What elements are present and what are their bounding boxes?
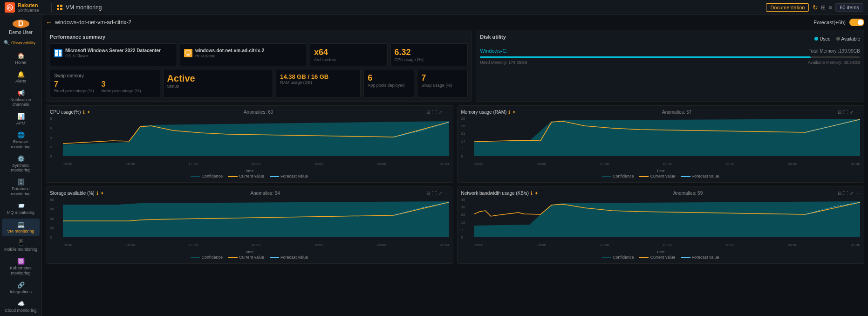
main-layout: D Demo User 🔍 Observability 🏠 Home 🔔 Ale… [0, 15, 868, 316]
sidebar-item-integrations[interactable]: 🔗 Integrations [2, 279, 40, 297]
status-card: Active Status [163, 69, 273, 97]
items-counter: 60 items [835, 3, 863, 12]
apm-icon: 📊 [17, 113, 25, 120]
stor-forecast-line [270, 257, 279, 258]
brand-icon: R [5, 2, 15, 13]
sidebar-item-kubernetes[interactable]: ☸️ Kubernetes monitoring [2, 255, 40, 278]
storage-info-icon[interactable]: ℹ [96, 191, 98, 196]
apps-label: App pools deployed [368, 83, 410, 88]
sidebar-search[interactable]: 🔍 Observability [0, 39, 41, 47]
breadcrumb: windows-dot-net-vm-ad-citrix-2 [55, 19, 131, 26]
network-chart-actions: ⊟ ⛶ ⤢ ⋯ [838, 191, 860, 196]
stor-minimize-icon[interactable]: ⊟ [426, 191, 430, 196]
storage-anomaly: Anomalies: 54 [250, 191, 280, 196]
sidebar-item-synthetic[interactable]: ⚙️ Synthetic monitoring [2, 153, 40, 176]
network-yaxis: 4530221570 [461, 198, 474, 240]
mem-forecast-line [681, 176, 690, 177]
stor-conf-line [191, 257, 200, 258]
disk-bar-fill [480, 56, 811, 58]
sidebar-item-mobile[interactable]: 📱 Mobile monitoring [2, 237, 40, 254]
performance-summary-panel: Performance summary [46, 30, 472, 102]
mq-icon: 📨 [17, 202, 25, 209]
sidebar-item-mq[interactable]: 📨 MQ monitoring [2, 200, 40, 218]
sidebar-item-database[interactable]: 🗄️ Database monitoring [2, 176, 40, 199]
mem-conf-line [602, 176, 611, 177]
mem-expand-icon[interactable]: ⛶ [843, 110, 848, 115]
cpu-chart-area [63, 117, 449, 158]
kubernetes-icon: ☸️ [17, 258, 25, 265]
mem-minimize-icon[interactable]: ⊟ [838, 110, 841, 115]
swap-usage-label: Swap usage (%) [421, 83, 464, 88]
memory-chart-header: Memory usage (RAM) ℹ ✦ Anomalies: 57 ⊟ ⛶… [461, 110, 861, 115]
net-expand-icon[interactable]: ⛶ [843, 191, 848, 196]
cpu-expand-icon[interactable]: ⛶ [432, 110, 437, 115]
cpu-xlabel: Time [50, 169, 449, 173]
stor-fullscreen-icon[interactable]: ⤢ [438, 191, 442, 196]
sidebar-item-notification[interactable]: 📢 Notification channels [2, 87, 40, 110]
refresh-icon[interactable]: ↻ [813, 4, 818, 11]
apps-card: 6 App pools deployed [363, 69, 414, 97]
network-chart-header: Network bandwidth usage (KB/s) ℹ ✦ Anoma… [461, 191, 861, 196]
disk-bar-track [480, 56, 860, 58]
network-info-icon[interactable]: ℹ [531, 191, 533, 196]
memory-chart-panel: Memory usage (RAM) ℹ ✦ Anomalies: 57 ⊟ ⛶… [457, 105, 865, 183]
performance-title: Performance summary [50, 34, 468, 40]
cloud-icon: ☁️ [17, 300, 25, 307]
swap-usage-card: 7 Swap usage (%) [417, 69, 468, 97]
back-arrow[interactable]: ← [46, 19, 52, 26]
list-icon[interactable]: ≡ [828, 4, 832, 11]
cpu-card: 6.32 CPU usage (%) [390, 43, 468, 66]
forecast-line [270, 176, 279, 177]
memory-chart-area [474, 117, 861, 158]
net-fullscreen-icon[interactable]: ⤢ [850, 191, 854, 196]
home-icon: 🏠 [17, 52, 25, 59]
memory-yaxis: 3528211470 [461, 117, 474, 158]
memory-anomaly: Anomalies: 57 [662, 110, 691, 115]
mem-more-icon[interactable]: ⋯ [855, 110, 860, 115]
sidebar-item-browser[interactable]: 🌐 Browser monitoring [2, 129, 40, 152]
memory-chart-title: Memory usage (RAM) ℹ ✦ [461, 110, 516, 115]
mem-current-line [639, 176, 649, 177]
memory-chart-actions: ⊟ ⛶ ⤢ ⋯ [838, 110, 860, 115]
net-minimize-icon[interactable]: ⊟ [838, 191, 841, 196]
sidebar: D Demo User 🔍 Observability 🏠 Home 🔔 Ale… [0, 15, 42, 316]
svg-rect-5 [60, 8, 62, 10]
sidebar-item-home[interactable]: 🏠 Home [2, 50, 40, 68]
sidebar-item-vm[interactable]: 💻 VM monitoring [2, 219, 40, 236]
stor-expand-icon[interactable]: ⛶ [432, 191, 437, 196]
mem-fullscreen-icon[interactable]: ⤢ [850, 110, 854, 115]
cpu-info-icon[interactable]: ℹ [83, 110, 85, 115]
swap-title: Swap memory [54, 73, 156, 78]
hostname-card-header: windows-dot-net-vm-ad-citrix-2 Host name [184, 48, 303, 58]
sidebar-item-cloud[interactable]: ☁️ Cloud monitoring [2, 298, 40, 316]
cpu-chart-title: CPU usage(%) ℹ ✦ [50, 110, 90, 115]
net-current-line [639, 257, 649, 258]
arch-value: x64 [314, 48, 383, 57]
grid-icon[interactable]: ⊞ [821, 4, 826, 11]
net-more-icon[interactable]: ⋯ [855, 191, 860, 196]
storage-xaxis: 15:0016:0017:0018:0019:0020:0021:00 [63, 240, 449, 249]
sidebar-item-apm[interactable]: 📊 APM [2, 110, 40, 128]
forecast-area: Forecast(+6h) [813, 19, 864, 26]
swap-usage-value: 7 [421, 73, 464, 83]
stor-more-icon[interactable]: ⋯ [444, 191, 449, 196]
net-conf-line [602, 257, 611, 258]
cpu-minimize-icon[interactable]: ⊟ [426, 110, 430, 115]
current-line [228, 176, 238, 177]
apps-value: 6 [368, 73, 410, 83]
sidebar-item-alerts[interactable]: 🔔 Alerts [2, 69, 40, 86]
cpu-more-icon[interactable]: ⋯ [444, 110, 449, 115]
storage-chart-actions: ⊟ ⛶ ⤢ ⋯ [426, 191, 449, 196]
top-panels-row: Performance summary [46, 30, 864, 102]
documentation-button[interactable]: Documentation [766, 3, 809, 12]
charts-row-2: Storage available (%) ℹ ✦ Anomalies: 54 … [46, 186, 864, 264]
forecast-toggle[interactable] [849, 19, 864, 26]
page-title: VM monitoring [66, 4, 102, 11]
vm-icon: 💻 [17, 221, 25, 228]
disk-title-row: Disk utility Used Available [480, 34, 860, 43]
memory-info-icon[interactable]: ℹ [508, 110, 510, 115]
cpu-fullscreen-icon[interactable]: ⤢ [438, 110, 442, 115]
storage-chart-panel: Storage available (%) ℹ ✦ Anomalies: 54 … [46, 186, 453, 264]
forecast-label: Forecast(+6h) [813, 20, 846, 25]
sidebar-item-label: VM monitoring [7, 229, 34, 234]
